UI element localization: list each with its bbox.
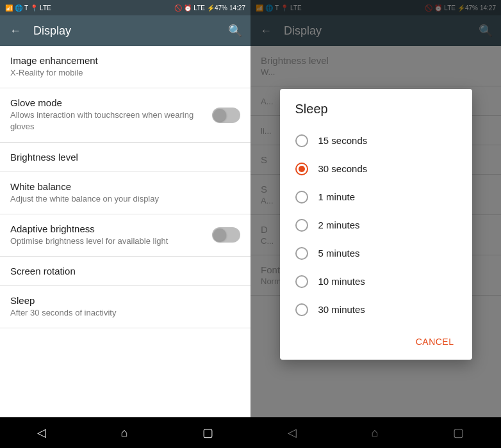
wifi-icon: 🌐 <box>15 4 22 12</box>
dialog-overlay: Sleep 15 seconds 30 seconds 1 minute 2 m… <box>250 0 501 448</box>
glove-mode-toggle[interactable] <box>212 108 240 123</box>
radio-30m[interactable] <box>295 303 308 316</box>
settings-item-glove-mode[interactable]: Glove mode Allows interaction with touch… <box>0 88 250 142</box>
maps-icon: 📍 <box>30 4 38 12</box>
glove-mode-title: Glove mode <box>10 97 212 108</box>
settings-item-brightness-level[interactable]: Brightness level <box>0 143 250 172</box>
settings-item-adaptive-brightness[interactable]: Adaptive brightness Optimise brightness … <box>0 214 250 257</box>
dialog-option-30m[interactable]: 30 minutes <box>280 296 472 324</box>
dialog-option-10m[interactable]: 10 minutes <box>280 268 472 296</box>
dialog-option-30s[interactable]: 30 seconds <box>280 155 472 183</box>
screen-rotation-title: Screen rotation <box>10 266 240 276</box>
left-search-button[interactable]: 🔍 <box>227 23 243 38</box>
label-2m: 2 minutes <box>318 220 360 230</box>
sleep-dialog: Sleep 15 seconds 30 seconds 1 minute 2 m… <box>280 89 472 360</box>
label-30s: 30 seconds <box>318 163 368 174</box>
right-panel: 📶 🌐 T 📍 LTE 🚫 ⏰ LTE ⚡47% 14:27 ← Display… <box>250 0 501 448</box>
radio-2m[interactable] <box>295 219 308 232</box>
label-10m: 10 minutes <box>318 276 365 287</box>
adaptive-brightness-subtitle: Optimise brightness level for available … <box>10 236 212 247</box>
settings-item-white-balance[interactable]: White balance Adjust the white balance o… <box>0 172 250 214</box>
brightness-level-title: Brightness level <box>10 152 240 163</box>
dialog-option-2m[interactable]: 2 minutes <box>280 211 472 239</box>
left-status-bar: 📶 🌐 T 📍 LTE 🚫 ⏰ LTE ⚡47% 14:27 <box>0 0 250 15</box>
left-panel: 📶 🌐 T 📍 LTE 🚫 ⏰ LTE ⚡47% 14:27 ← Display… <box>0 0 250 448</box>
left-back-button[interactable]: ← <box>8 23 23 38</box>
radio-30s[interactable] <box>295 163 308 175</box>
left-home-nav[interactable]: ⌂ <box>111 421 138 445</box>
radio-5m[interactable] <box>295 247 308 260</box>
label-15s: 15 seconds <box>318 135 368 146</box>
dialog-option-1m[interactable]: 1 minute <box>280 183 472 211</box>
left-toolbar: ← Display 🔍 <box>0 15 250 46</box>
lte-icon: LTE <box>40 4 51 12</box>
settings-item-image-enhancement[interactable]: Image enhancement X-Reality for mobile <box>0 46 250 88</box>
white-balance-subtitle: Adjust the white balance on your display <box>10 193 240 205</box>
dialog-option-5m[interactable]: 5 minutes <box>280 239 472 268</box>
dialog-cancel-button[interactable]: CANCEL <box>408 332 462 352</box>
dialog-option-15s[interactable]: 15 seconds <box>280 127 472 155</box>
left-toolbar-title: Display <box>33 24 227 38</box>
signal-icon: 📶 <box>5 4 13 12</box>
white-balance-title: White balance <box>10 181 240 192</box>
left-status-right: 🚫 ⏰ LTE ⚡47% 14:27 <box>174 4 245 12</box>
dialog-title: Sleep <box>280 89 472 124</box>
radio-10m[interactable] <box>295 275 308 288</box>
left-nav-bar: ◁ ⌂ ▢ <box>0 417 250 448</box>
radio-15s[interactable] <box>295 134 308 147</box>
image-enhancement-title: Image enhancement <box>10 55 240 66</box>
glove-mode-subtitle: Allows interaction with touchscreen when… <box>10 109 212 132</box>
sleep-title: Sleep <box>10 295 240 306</box>
no-sim-icon: 🚫 <box>174 4 182 12</box>
left-back-nav[interactable]: ◁ <box>27 420 56 445</box>
sleep-subtitle: After 30 seconds of inactivity <box>10 307 240 319</box>
left-settings-list: Image enhancement X-Reality for mobile G… <box>0 46 250 417</box>
adaptive-brightness-title: Adaptive brightness <box>10 223 212 234</box>
battery-icon: ⚡47% <box>207 4 227 12</box>
lte2-icon: LTE <box>193 4 205 12</box>
adaptive-brightness-toggle[interactable] <box>212 227 240 243</box>
label-30m: 30 minutes <box>318 304 365 315</box>
dialog-actions: CANCEL <box>280 326 472 360</box>
t-icon: T <box>24 4 28 12</box>
label-1m: 1 minute <box>318 191 356 202</box>
left-recents-nav[interactable]: ▢ <box>192 420 224 445</box>
settings-item-screen-rotation[interactable]: Screen rotation <box>0 257 250 286</box>
left-time: 14:27 <box>229 4 245 12</box>
alarm-icon: ⏰ <box>184 4 192 12</box>
dialog-options: 15 seconds 30 seconds 1 minute 2 minutes <box>280 124 472 326</box>
radio-1m[interactable] <box>295 191 308 204</box>
image-enhancement-subtitle: X-Reality for mobile <box>10 67 240 79</box>
label-5m: 5 minutes <box>318 248 360 259</box>
settings-item-sleep[interactable]: Sleep After 30 seconds of inactivity <box>0 286 250 328</box>
left-status-icons: 📶 🌐 T 📍 LTE <box>5 4 51 12</box>
